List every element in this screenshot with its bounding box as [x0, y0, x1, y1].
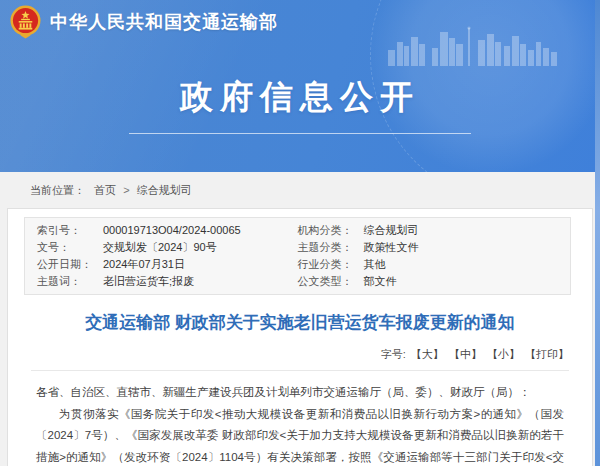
meta-value: 其他 [364, 256, 386, 273]
scrollbar[interactable] [595, 0, 600, 466]
breadcrumb-label: 当前位置： [30, 184, 85, 196]
metadata-row-keywords: 主题词： 老旧营运货车;报废 [37, 273, 298, 290]
site-header-row: 中华人民共和国交通运输部 [0, 0, 600, 39]
font-size-label: 字号: [381, 348, 406, 360]
metadata-row-topic-category: 主题分类： 政策性文件 [298, 239, 559, 256]
metadata-row-index-number: 索引号： 000019713O04/2024-00065 [37, 222, 298, 239]
page: 中华人民共和国交通运输部 政府信息公开 当前位置： 首页 > 综合规划司 索引号… [0, 0, 600, 466]
font-size-small-button[interactable]: 【小】 [487, 348, 520, 360]
body-paragraph: 为贯彻落实《国务院关于印发<推动大规模设备更新和消费品以旧换新行动方案>的通知》… [36, 404, 564, 466]
document-title: 交通运输部 财政部关于实施老旧营运货车报废更新的通知 [32, 311, 568, 335]
metadata-row-agency-category: 机构分类： 综合规划司 [298, 222, 559, 239]
metadata-left-column: 索引号： 000019713O04/2024-00065 文号： 交规划发〔20… [37, 222, 298, 290]
meta-value: 政策性文件 [364, 239, 419, 256]
meta-label: 机构分类： [298, 222, 364, 239]
meta-label: 主题分类： [298, 239, 364, 256]
banner: 中华人民共和国交通运输部 政府信息公开 [0, 0, 600, 172]
meta-value: 2024年07月31日 [103, 256, 185, 273]
metadata-row-doc-number: 文号： 交规划发〔2024〕90号 [37, 239, 298, 256]
meta-value: 000019713O04/2024-00065 [103, 222, 241, 239]
font-size-medium-button[interactable]: 【中】 [449, 348, 482, 360]
banner-underline [129, 133, 471, 134]
meta-label: 公开日期： [37, 256, 103, 273]
meta-label: 文号： [37, 239, 103, 256]
meta-label: 主题词： [37, 273, 103, 290]
salutation-paragraph: 各省、自治区、直辖市、新疆生产建设兵团及计划单列市交通运输厅（局、委）、财政厅（… [36, 382, 564, 404]
metadata-right-column: 机构分类： 综合规划司 主题分类： 政策性文件 行业分类： 其他 公文类型： 部… [298, 222, 559, 290]
content-area: 当前位置： 首页 > 综合规划司 索引号： 000019713O04/2024-… [0, 172, 600, 466]
breadcrumb-dept-link[interactable]: 综合规划司 [137, 184, 192, 196]
meta-label: 索引号： [37, 222, 103, 239]
banner-title: 政府信息公开 [0, 75, 600, 120]
meta-label: 公文类型： [298, 273, 364, 290]
breadcrumb-separator: > [123, 184, 129, 196]
breadcrumb-home-link[interactable]: 首页 [94, 184, 116, 196]
metadata-row-publish-date: 公开日期： 2024年07月31日 [37, 256, 298, 273]
metadata-table: 索引号： 000019713O04/2024-00065 文号： 交规划发〔20… [24, 217, 571, 295]
breadcrumb: 当前位置： 首页 > 综合规划司 [0, 172, 600, 208]
meta-value: 交规划发〔2024〕90号 [103, 239, 217, 256]
document-card: 索引号： 000019713O04/2024-00065 文号： 交规划发〔20… [7, 208, 593, 466]
meta-value: 老旧营运货车;报废 [103, 273, 194, 290]
site-name: 中华人民共和国交通运输部 [50, 10, 278, 34]
document-body: 各省、自治区、直辖市、新疆生产建设兵团及计划单列市交通运输厅（局、委）、财政厅（… [8, 371, 592, 466]
font-size-large-button[interactable]: 【大】 [411, 348, 444, 360]
national-emblem-icon [10, 5, 41, 39]
site-logo-link[interactable]: 中华人民共和国交通运输部 [10, 5, 278, 39]
font-size-controls: 字号: 【大】 【中】 【小】 【打印】 [31, 347, 569, 371]
meta-value: 综合规划司 [364, 222, 419, 239]
metadata-row-industry-category: 行业分类： 其他 [298, 256, 559, 273]
print-button[interactable]: 【打印】 [525, 348, 569, 360]
metadata-row-doc-type: 公文类型： 部文件 [298, 273, 559, 290]
meta-value: 部文件 [364, 273, 397, 290]
meta-label: 行业分类： [298, 256, 364, 273]
